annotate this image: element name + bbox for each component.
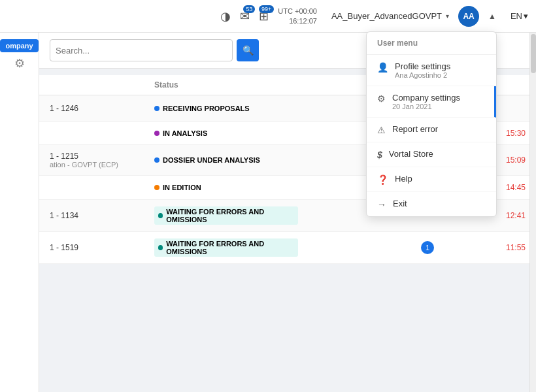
utc-time: UTC +00:00 16:12:07 [278, 7, 317, 25]
scrollbar-thumb[interactable] [531, 34, 536, 73]
row-status: WAITING FOR ERRORS AND OMISSIONS [154, 238, 298, 257]
search-input[interactable] [50, 39, 233, 61]
dropdown-item-help[interactable]: ❓ Help [367, 167, 496, 192]
user-dropdown-menu: User menu 👤 Profile settings Ana Agostin… [366, 31, 497, 217]
exit-label: Exit [393, 199, 407, 208]
user-chevron-icon: ▾ [446, 12, 449, 20]
user-selector[interactable]: AA_Buyer_AdvancedGOVPT ▾ [331, 11, 449, 21]
status-dot [154, 185, 159, 190]
row-id: 1 - 1519 [50, 243, 154, 252]
company-settings-label: Company settings [392, 93, 460, 103]
row-id: 1 - 1134 [50, 211, 154, 220]
messages-badge: 53 [243, 5, 255, 13]
row-status: IN ANALYSIS [154, 129, 298, 138]
status-dot [158, 213, 163, 218]
status-dot [154, 157, 159, 163]
gear-icon[interactable]: ⚙ [14, 56, 25, 71]
notification-cell: 1 [421, 241, 473, 254]
help-label: Help [395, 174, 412, 184]
dropdown-item-store[interactable]: $ Vortal Store [367, 142, 496, 167]
search-icon: 🔍 [243, 45, 254, 56]
row-id: 1 - 1215 ation - GOVPT (ECP) [50, 152, 154, 169]
tasks-icon[interactable]: ⊞ 99+ [259, 9, 269, 24]
profile-username: Ana Agostinho 2 [395, 71, 450, 79]
company-button[interactable]: ompany [0, 39, 38, 52]
tasks-badge: 99+ [259, 5, 274, 13]
header: ◑ ✉ 53 ⊞ 99+ UTC +00:00 16:12:07 AA_Buye… [0, 0, 536, 33]
avatar-expand-icon[interactable]: ▲ [488, 12, 496, 21]
row-id: 1 - 1246 [50, 104, 154, 113]
company-settings-date: 20 Jan 2021 [392, 103, 460, 110]
dropdown-item-report[interactable]: ⚠ Report error [367, 118, 496, 142]
status-dot [154, 106, 159, 111]
dropdown-item-company[interactable]: ⚙ Company settings 20 Jan 2021 [367, 86, 496, 118]
search-button[interactable]: 🔍 [237, 39, 259, 61]
exit-icon: → [377, 199, 386, 210]
row-status: DOSSIER UNDER ANALYSIS [154, 155, 298, 165]
report-error-icon: ⚠ [377, 125, 386, 135]
username-label: AA_Buyer_AdvancedGOVPT [331, 11, 442, 21]
time-cell: 11:55 [473, 243, 526, 252]
avatar[interactable]: AA [458, 6, 479, 27]
row-status: RECEIVING PROPOSALS [154, 104, 298, 113]
profile-icon: 👤 [377, 62, 388, 73]
dropdown-header: User menu [367, 32, 496, 55]
messages-icon[interactable]: ✉ 53 [240, 9, 250, 24]
row-status: IN EDITION [154, 183, 298, 192]
row-status: WAITING FOR ERRORS AND OMISSIONS [154, 206, 298, 225]
status-dot [154, 131, 159, 136]
status-column-header: Status [154, 80, 298, 90]
vortal-store-label: Vortal Store [389, 149, 433, 159]
dropdown-item-profile[interactable]: 👤 Profile settings Ana Agostinho 2 [367, 55, 496, 86]
profile-settings-label: Profile settings [395, 61, 450, 71]
lang-chevron-icon: ▾ [524, 11, 528, 21]
company-settings-icon: ⚙ [377, 93, 386, 104]
scrollbar[interactable] [529, 33, 536, 392]
help-icon: ❓ [377, 174, 388, 185]
language-label: EN [511, 11, 522, 21]
theme-toggle-icon[interactable]: ◑ [220, 9, 231, 24]
table-row[interactable]: 1 - 1519 WAITING FOR ERRORS AND OMISSION… [39, 232, 536, 264]
language-selector[interactable]: EN ▾ [511, 11, 528, 21]
header-icons: ◑ ✉ 53 ⊞ 99+ UTC +00:00 16:12:07 AA_Buye… [220, 6, 528, 27]
vortal-store-icon: $ [377, 150, 382, 160]
status-dot [158, 245, 163, 250]
dropdown-item-exit[interactable]: → Exit [367, 192, 496, 216]
sidebar: ompany ⚙ [0, 33, 39, 392]
report-error-label: Report error [392, 124, 438, 134]
